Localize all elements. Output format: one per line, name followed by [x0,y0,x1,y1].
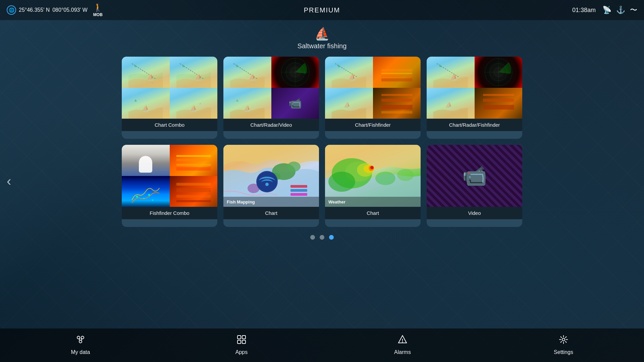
main-content: ⛵ Saltwater fishing ▲ ⛵ ✦ [0,20,644,240]
svg-rect-33 [381,111,413,113]
video-full-bg: 📹 [427,145,522,207]
svg-text:▲: ▲ [181,63,185,68]
svg-rect-67 [290,189,307,192]
chart-quad-br: ⛵ ✦ [170,88,218,119]
pagination-dot-2[interactable] [320,235,324,240]
svg-point-75 [328,172,355,192]
ff-dark-br [373,88,421,119]
svg-point-77 [397,169,414,181]
svg-text:✦: ✦ [456,80,459,84]
svg-point-88 [402,341,403,342]
nav-apps[interactable]: Apps [221,334,262,355]
svg-rect-45 [483,99,514,102]
svg-text:⛵: ⛵ [445,101,452,108]
svg-rect-56 [176,188,211,192]
chart-radar-fishfinder-image: ▲ ⛵ ✦ [427,57,522,119]
apps-icon [236,334,247,347]
svg-point-52 [143,197,145,199]
pagination-dot-3[interactable] [329,235,334,240]
svg-point-65 [265,183,269,186]
svg-rect-30 [381,94,413,96]
svg-rect-68 [290,193,307,196]
mob-button[interactable]: 🚶 MOB [93,3,103,17]
app-card-chart-fishfinder[interactable]: ▲ ⛵ [325,57,421,139]
section-header: ⛵ Saltwater fishing [298,27,347,50]
mob-icon: 🚶 [93,3,103,12]
app-card-video[interactable]: 📹 Video [427,145,522,227]
status-icons: 📡 ⚓ 〜 [602,5,637,15]
crf-chart-tl: ▲ ⛵ ✦ [427,57,475,88]
chart-combo-label: Chart Combo [122,119,217,131]
app-card-chart-radar-video[interactable]: ▲ ⛵ ✦ [223,57,319,139]
svg-point-51 [136,195,138,197]
crf-radar-tr [475,57,523,88]
weather-label: Chart [325,207,421,219]
app-card-chart-radar-fishfinder[interactable]: ▲ ⛵ ✦ [427,57,522,139]
video-image: 📹 [427,145,522,207]
nav-settings[interactable]: Settings [543,334,584,355]
svg-text:▲: ▲ [235,63,239,68]
app-card-fishfinder-combo[interactable]: Fishfinder Combo [122,145,217,227]
nav-alarms[interactable]: Alarms [382,334,423,355]
chart-quad-bl: ▲ ⛵ [122,88,170,119]
ff-top-right [170,145,218,176]
svg-text:▲: ▲ [133,98,138,103]
svg-rect-84 [242,336,246,339]
svg-text:⛵: ⛵ [195,74,202,81]
alarms-icon [397,334,408,347]
chart-cell-bl: ▲ ⛵ [223,88,271,119]
svg-text:▲: ▲ [337,63,341,68]
apps-grid: ▲ ⛵ ✦ ▲ ⛵ [95,57,549,227]
svg-point-74 [370,166,374,169]
latitude: 25°46.355' N [19,7,50,13]
ff-top-left [122,145,170,176]
svg-text:⛵: ⛵ [344,101,351,108]
svg-rect-49 [176,164,211,166]
ff-sonar-tr [373,57,421,88]
section-title: Saltwater fishing [298,42,347,50]
svg-point-60 [287,162,301,172]
svg-text:⛵: ⛵ [450,74,458,81]
app-card-weather[interactable]: Weather Chart [325,145,421,227]
fish-mapping-badge: Fish Mapping [227,199,255,204]
svg-point-64 [257,172,277,192]
svg-rect-57 [176,195,211,197]
ff-chart-tl: ▲ ⛵ [325,57,373,88]
ff-bottom-left [122,176,170,207]
svg-rect-55 [176,183,211,185]
svg-text:⛵: ⛵ [249,74,256,81]
chart-quad-tl: ▲ ⛵ ✦ [122,57,170,88]
svg-text:⛵: ⛵ [190,105,197,112]
ff-chart-bl: ⛵ [325,88,373,119]
radar-cell-tr [271,57,319,88]
svg-rect-46 [483,105,514,109]
svg-text:⛵: ⛵ [147,74,154,81]
chart-quad-tr: ▲ ⛵ [170,57,218,88]
nav-my-data[interactable]: My data [60,334,101,355]
boat-icon: ⛵ [315,27,330,41]
svg-point-54 [152,199,153,200]
pagination-dot-1[interactable] [310,235,315,240]
svg-rect-58 [176,200,211,202]
fish-mapping-image: Fish Mapping [223,145,319,207]
top-left-controls: 🌐 25°46.355' N 080°05.093' W 🚶 MOB [7,3,103,17]
pagination [310,235,334,240]
top-right-controls: 01:38am 📡 ⚓ 〜 [572,5,637,15]
svg-text:▲: ▲ [133,63,138,68]
chart-radar-video-label: Chart/Radar/Video [223,119,319,131]
left-arrow-button[interactable]: ‹ [7,174,11,189]
svg-rect-31 [381,99,413,102]
app-card-fish-mapping[interactable]: Fish Mapping Chart [223,145,319,227]
anchor-icon: ⚓ [616,6,625,14]
settings-icon [558,334,569,347]
nav-my-data-label: My data [71,349,90,355]
bottom-nav: My data Apps Alarms [0,328,644,362]
svg-rect-47 [176,155,211,157]
svg-text:⛵: ⛵ [142,105,149,112]
svg-rect-28 [381,78,413,81]
chart-combo-image: ▲ ⛵ ✦ ▲ ⛵ [122,57,217,119]
ff-bottom-right [170,176,218,207]
app-card-chart-combo[interactable]: ▲ ⛵ ✦ ▲ ⛵ [122,57,217,139]
gps-coordinates: 🌐 25°46.355' N 080°05.093' W [7,5,88,15]
crf-ff-br [475,88,523,119]
